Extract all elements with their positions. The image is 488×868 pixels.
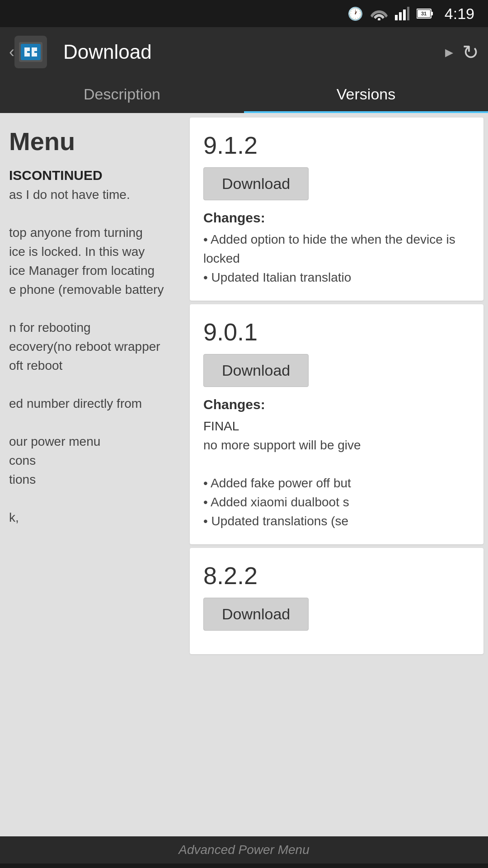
download-button-9-1-2[interactable]: Download [203, 167, 309, 200]
desc-line-12: tions [9, 472, 36, 486]
change-item-9-0-1-2: • Added xiaomi dualboot s [203, 495, 349, 509]
version-card-9-1-2: 9.1.2 Download Changes: • Added option t… [190, 118, 483, 301]
version-card-9-0-1: 9.0.1 Download Changes: FINAL no more su… [190, 304, 483, 544]
change-item-9-0-1-1: • Added fake power off but [203, 476, 351, 490]
svg-rect-4 [407, 7, 409, 20]
dropdown-arrow-icon: ▸ [445, 42, 453, 61]
wifi-icon [371, 7, 388, 20]
svg-rect-6 [431, 12, 433, 15]
desc-line-13: k, [9, 510, 19, 524]
desc-line-1: as I do not have time. [9, 188, 130, 202]
bottom-label-bar: Advanced Power Menu [0, 836, 488, 863]
change-item-9-1-2-2: • Updated Italian translatio [203, 270, 351, 284]
tab-description[interactable]: Description [0, 77, 244, 113]
download-button-8-2-2[interactable]: Download [203, 598, 309, 631]
version-card-8-2-2: 8.2.2 Download [190, 548, 483, 654]
svg-text:31: 31 [421, 11, 427, 16]
changes-text-9-1-2: • Added option to hide the when the devi… [203, 230, 470, 287]
svg-rect-3 [403, 9, 406, 20]
version-number-9-1-2: 9.1.2 [203, 131, 470, 159]
desc-line-9: ed number directly from [9, 396, 142, 410]
desc-line-2: top anyone from turning [9, 226, 143, 240]
final-label: FINAL [203, 419, 239, 433]
desc-line-5: e phone (removable battery [9, 283, 164, 297]
status-time: 4:19 [445, 5, 474, 23]
desc-line-6: n for rebooting [9, 321, 91, 335]
download-button-9-0-1[interactable]: Download [203, 354, 309, 387]
changes-heading-9-1-2: Changes: [203, 210, 470, 226]
left-panel: Menu ISCONTINUED as I do not have time. … [0, 113, 185, 836]
status-icons: 🕐 31 4:19 [347, 5, 474, 23]
svg-rect-11 [30, 51, 32, 53]
version-number-9-0-1: 9.0.1 [203, 318, 470, 346]
changes-text-9-0-1: FINAL no more support will be give • Add… [203, 417, 470, 531]
right-panel: 9.1.2 Download Changes: • Added option t… [185, 113, 488, 836]
battery-icon: 31 [417, 8, 433, 19]
nav-bar [0, 863, 488, 868]
desc-line-10: our power menu [9, 434, 100, 448]
app-bar: ‹ Download ▸ ↻ [0, 27, 488, 77]
status-bar: 🕐 31 4:19 [0, 0, 488, 27]
refresh-button[interactable]: ↻ [462, 41, 479, 64]
svg-rect-1 [395, 15, 398, 20]
tabs-bar: Description Versions [0, 77, 488, 113]
desc-line-11: cons [9, 453, 36, 467]
discontinued-label: ISCONTINUED [9, 168, 103, 183]
signal-icon [395, 7, 409, 20]
change-item-9-0-1-3: • Updated translations (se [203, 514, 348, 528]
description-text: ISCONTINUED as I do not have time. top a… [9, 165, 176, 527]
clock-icon: 🕐 [347, 6, 363, 21]
desc-line-8: oft reboot [9, 359, 62, 373]
changes-heading-9-0-1: Changes: [203, 397, 470, 412]
back-arrow-icon: ‹ [9, 42, 14, 61]
app-bar-title: Download [63, 41, 445, 63]
desc-line-7: ecovery(no reboot wrapper [9, 340, 160, 354]
menu-title: Menu [9, 127, 176, 156]
svg-rect-2 [399, 12, 402, 20]
desc-line-3: ice is locked. In this way [9, 245, 145, 259]
app-name-label: Advanced Power Menu [178, 843, 310, 857]
content-area: Menu ISCONTINUED as I do not have time. … [0, 113, 488, 836]
version-number-8-2-2: 8.2.2 [203, 561, 470, 590]
no-support-note: no more support will be give [203, 438, 361, 452]
change-item-9-1-2-1: • Added option to hide the when the devi… [203, 232, 455, 265]
back-button[interactable]: ‹ [9, 36, 54, 68]
tab-versions[interactable]: Versions [244, 77, 488, 113]
svg-point-0 [378, 18, 380, 20]
desc-line-4: ice Manager from locating [9, 264, 155, 278]
app-icon [14, 36, 47, 68]
